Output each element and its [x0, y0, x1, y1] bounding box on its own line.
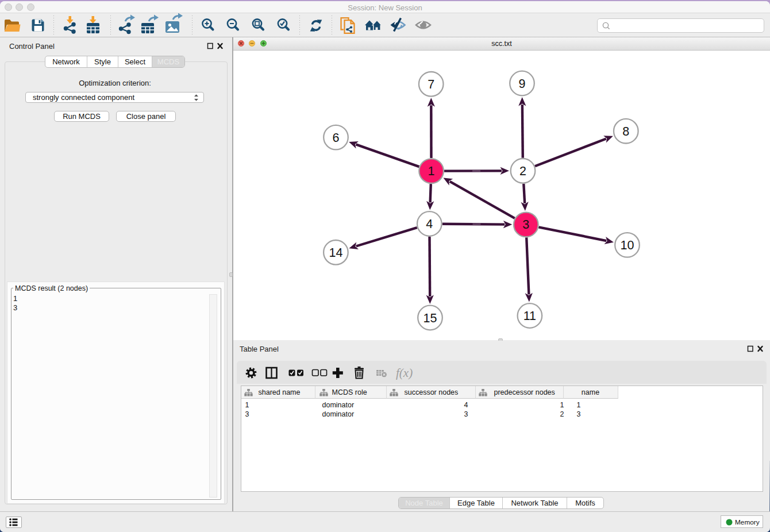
svg-text:2: 2: [519, 164, 526, 178]
svg-text:15: 15: [424, 311, 437, 325]
svg-text:9: 9: [519, 77, 526, 91]
svg-text:3: 3: [522, 218, 529, 232]
svg-text:6: 6: [333, 131, 340, 145]
svg-text:10: 10: [621, 238, 634, 252]
svg-text:14: 14: [329, 246, 342, 260]
svg-text:1: 1: [428, 164, 435, 178]
svg-text:8: 8: [622, 125, 629, 138]
svg-text:7: 7: [428, 78, 434, 91]
svg-text:4: 4: [426, 217, 433, 231]
svg-text:11: 11: [523, 309, 536, 323]
svg-text:f(x): f(x): [396, 366, 413, 380]
